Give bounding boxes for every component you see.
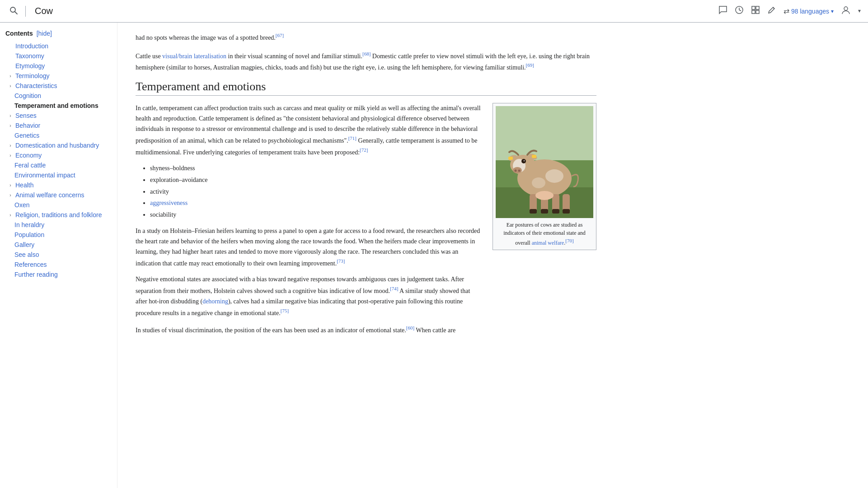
svg-point-16	[518, 170, 521, 172]
chevron-icon[interactable]: ›	[7, 192, 14, 198]
toc-link[interactable]: Oxen	[14, 201, 29, 209]
toc-item-further-reading[interactable]: Further reading	[5, 270, 112, 279]
toc-link[interactable]: Temperament and emotions	[14, 102, 99, 109]
lang-count: 98 languages	[791, 8, 829, 15]
toc-link[interactable]: Further reading	[14, 271, 58, 278]
toc-link[interactable]: Domestication and husbandry	[15, 142, 99, 149]
history-icon[interactable]	[735, 5, 744, 17]
toc-item-terminology[interactable]: ›Terminology	[5, 71, 112, 80]
toc-item-cognition[interactable]: Cognition	[5, 91, 112, 100]
toc-link[interactable]: References	[14, 261, 47, 268]
toc-item-characteristics[interactable]: ›Characteristics	[5, 81, 112, 90]
toc-link[interactable]: Senses	[15, 112, 37, 119]
ref-69[interactable]: [69]	[526, 62, 534, 68]
chevron-icon[interactable]: ›	[7, 122, 14, 129]
talk-icon[interactable]	[718, 5, 727, 17]
toc-link[interactable]: Feral cattle	[14, 162, 46, 169]
toc-item-see-also[interactable]: See also	[5, 250, 112, 259]
toc-item-behavior[interactable]: ›Behavior	[5, 121, 112, 130]
aggressiveness-link[interactable]: aggressiveness	[150, 200, 188, 206]
ref-74[interactable]: [74]	[390, 286, 398, 291]
search-icon[interactable]	[7, 4, 20, 19]
toc-item-oxen[interactable]: Oxen	[5, 200, 112, 209]
ref-70[interactable]: [70]	[565, 238, 573, 243]
chevron-icon[interactable]: ›	[7, 83, 14, 89]
toc-item-population[interactable]: Population	[5, 230, 112, 239]
view-icon[interactable]	[751, 5, 760, 17]
ref-68[interactable]: [68]	[362, 51, 371, 56]
language-button[interactable]: ⇄ 98 languages ▾	[784, 7, 834, 15]
svg-point-32	[545, 169, 563, 183]
toc-link[interactable]: Gallery	[14, 241, 34, 248]
ref-72[interactable]: [72]	[360, 147, 368, 153]
toc-link[interactable]: Behavior	[15, 122, 40, 129]
toc-link[interactable]: Economy	[15, 152, 42, 159]
toc-list: IntroductionTaxonomyEtymology›Terminolog…	[5, 42, 112, 279]
toc-item-gallery[interactable]: Gallery	[5, 240, 112, 249]
toc-link[interactable]: Animal welfare concerns	[15, 191, 84, 199]
ref-60[interactable]: [60]	[406, 325, 414, 330]
toc-link[interactable]: In heraldry	[14, 221, 44, 228]
visual-brain-link[interactable]: visual/brain lateralisation	[162, 53, 226, 60]
cow-image	[496, 106, 593, 218]
toc-item-religion,-traditions-and-folklore[interactable]: ›Religion, traditions and folklore	[5, 210, 112, 219]
svg-point-15	[515, 170, 517, 172]
chevron-icon[interactable]: ›	[7, 112, 14, 119]
toc-item-temperament-and-emotions[interactable]: Temperament and emotions	[5, 101, 112, 110]
chevron-icon[interactable]: ›	[7, 212, 14, 218]
toc-link[interactable]: Genetics	[14, 132, 39, 139]
header-divider	[25, 6, 26, 17]
svg-point-7	[844, 7, 848, 10]
chevron-icon[interactable]: ›	[7, 73, 14, 79]
toc-item-in-heraldry[interactable]: In heraldry	[5, 220, 112, 229]
toc-link[interactable]: Population	[14, 231, 44, 238]
svg-rect-6	[756, 10, 759, 14]
toc-item-genetics[interactable]: Genetics	[5, 131, 112, 140]
svg-point-14	[513, 167, 522, 173]
toc-item-senses[interactable]: ›Senses	[5, 111, 112, 120]
ref-73[interactable]: [73]	[337, 258, 345, 264]
svg-point-31	[535, 191, 554, 200]
toc-link[interactable]: Etymology	[15, 62, 45, 70]
body-para-3: Negative emotional states are associated…	[136, 274, 482, 318]
svg-rect-5	[752, 10, 755, 14]
site-header: Cow ⇄ 98 languages ▾ ▾	[0, 0, 868, 23]
svg-rect-22	[532, 155, 536, 158]
dehorning-link[interactable]: dehorning	[202, 298, 228, 305]
image-box: Ear postures of cows are studied as indi…	[493, 103, 596, 250]
chevron-icon[interactable]: ›	[7, 152, 14, 158]
toc-item-introduction[interactable]: Introduction	[5, 42, 112, 51]
toc-item-references[interactable]: References	[5, 260, 112, 269]
list-item: sociability	[150, 209, 482, 220]
animal-welfare-link[interactable]: animal welfare	[532, 240, 564, 246]
toc-link[interactable]: Environmental impact	[14, 172, 75, 179]
toc-link[interactable]: Terminology	[15, 72, 49, 79]
toc-hide-button[interactable]: [hide]	[37, 30, 52, 37]
toc-item-environmental-impact[interactable]: Environmental impact	[5, 171, 112, 180]
intro-ref[interactable]: [67]	[276, 33, 284, 38]
image-caption: Ear postures of cows are studied as indi…	[496, 221, 593, 247]
user-menu-icon[interactable]	[841, 5, 851, 17]
toc-link[interactable]: Religion, traditions and folklore	[15, 211, 102, 218]
ref-71[interactable]: [71]	[348, 135, 357, 141]
toc-item-health[interactable]: ›Health	[5, 181, 112, 190]
svg-point-33	[532, 177, 545, 188]
toc-link[interactable]: Introduction	[15, 42, 48, 50]
toc-item-animal-welfare-concerns[interactable]: ›Animal welfare concerns	[5, 191, 112, 200]
toc-item-etymology[interactable]: Etymology	[5, 61, 112, 70]
page-title-header: Cow	[35, 6, 53, 16]
edit-icon[interactable]	[767, 5, 776, 17]
toc-link[interactable]: Characteristics	[15, 82, 57, 89]
toc-link[interactable]: Cognition	[14, 92, 41, 99]
chevron-icon[interactable]: ›	[7, 182, 14, 188]
ref-75[interactable]: [75]	[281, 308, 289, 313]
toc-item-economy[interactable]: ›Economy	[5, 151, 112, 160]
toc-item-domestication-and-husbandry[interactable]: ›Domestication and husbandry	[5, 141, 112, 150]
toc-item-feral-cattle[interactable]: Feral cattle	[5, 161, 112, 170]
toc-item-taxonomy[interactable]: Taxonomy	[5, 51, 112, 60]
svg-rect-21	[508, 157, 513, 160]
toc-link[interactable]: See also	[14, 251, 39, 258]
toc-link[interactable]: Taxonomy	[15, 52, 44, 60]
chevron-icon[interactable]: ›	[7, 142, 14, 149]
toc-link[interactable]: Health	[15, 181, 33, 189]
